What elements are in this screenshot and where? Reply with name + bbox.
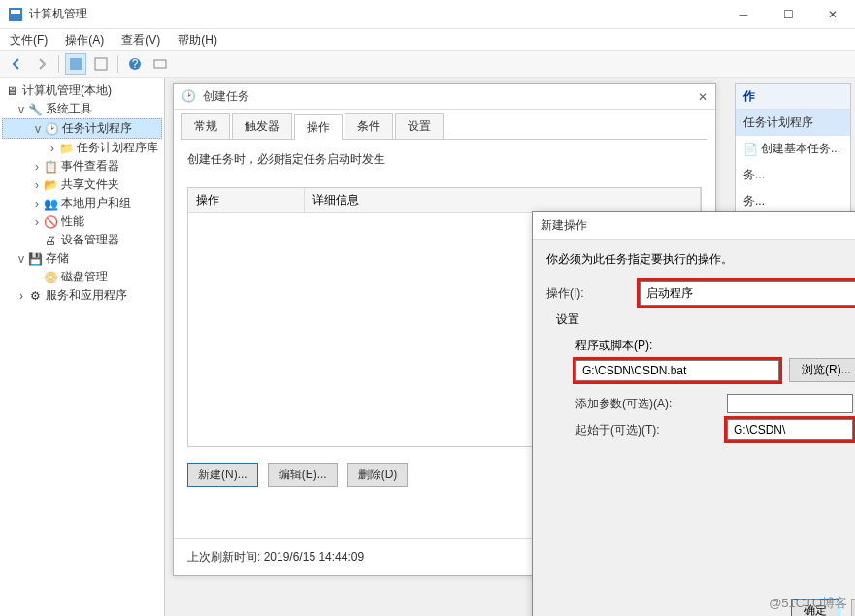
create-task-title: 创建任务 xyxy=(203,88,698,105)
tree-disk-mgmt[interactable]: 📀磁盘管理 xyxy=(2,268,162,286)
toolbar-button-2[interactable] xyxy=(90,53,112,75)
menu-action[interactable]: 操作(A) xyxy=(61,30,108,50)
tab-actions[interactable]: 操作 xyxy=(294,114,343,140)
browse-button[interactable]: 浏览(R)... xyxy=(789,358,855,382)
event-icon: 📋 xyxy=(43,159,58,175)
toolbar-button-1[interactable] xyxy=(65,53,86,75)
args-input[interactable] xyxy=(727,394,853,413)
tree-shared-folders[interactable]: ›📂共享文件夹 xyxy=(2,176,162,194)
maximize-button[interactable]: ☐ xyxy=(766,0,810,29)
tree-local-users[interactable]: ›👥本地用户和组 xyxy=(2,194,162,212)
new-action-dialog: 新建操作 ✕ 你必须为此任务指定要执行的操作。 操作(I): 启动程序 设置 程… xyxy=(532,211,855,616)
tree-task-library[interactable]: ›📁任务计划程序库 xyxy=(2,139,162,157)
tab-conditions[interactable]: 条件 xyxy=(345,113,393,139)
task-icon: 📄 xyxy=(743,143,757,156)
titlebar: 计算机管理 ─ ☐ ✕ xyxy=(0,0,855,29)
menubar: 文件(F) 操作(A) 查看(V) 帮助(H) xyxy=(0,29,855,50)
program-label: 程序或脚本(P): xyxy=(575,338,855,354)
tools-icon: 🔧 xyxy=(27,102,43,117)
dialog-hint: 你必须为此任务指定要执行的操作。 xyxy=(546,251,855,268)
help-icon[interactable]: ? xyxy=(124,53,146,75)
forward-button[interactable] xyxy=(31,53,52,75)
computer-icon: 🖥 xyxy=(4,83,19,99)
navigation-tree: 🖥计算机管理(本地) v🔧系统工具 v🕑任务计划程序 ›📁任务计划程序库 ›📋事… xyxy=(0,78,165,616)
clock-icon: 🕑 xyxy=(44,121,59,137)
close-icon[interactable]: ✕ xyxy=(698,90,707,104)
perf-icon: 🚫 xyxy=(43,214,58,230)
toolbar: ? xyxy=(0,50,855,78)
window-title: 计算机管理 xyxy=(29,6,721,22)
close-button[interactable]: ✕ xyxy=(810,0,855,29)
svg-rect-3 xyxy=(95,58,107,70)
svg-text:?: ? xyxy=(132,57,139,71)
folder-icon: 📁 xyxy=(58,141,74,156)
share-icon: 📂 xyxy=(43,178,58,193)
action-type-label: 操作(I): xyxy=(546,285,634,302)
settings-group-label: 设置 xyxy=(556,311,855,328)
svg-rect-2 xyxy=(70,58,82,70)
tree-system-tools[interactable]: v🔧系统工具 xyxy=(2,100,162,118)
app-icon xyxy=(8,7,23,22)
toolbar-button-3[interactable] xyxy=(149,53,171,75)
startin-input[interactable]: G:\CSDN\ xyxy=(727,419,853,440)
cancel-button[interactable]: 取消 xyxy=(851,599,855,616)
actions-panel-header: 作 xyxy=(736,84,850,110)
delete-action-button[interactable]: 删除(D) xyxy=(347,463,409,487)
action-import-task[interactable]: 务... xyxy=(736,188,850,214)
tree-performance[interactable]: ›🚫性能 xyxy=(2,212,162,231)
minimize-button[interactable]: ─ xyxy=(721,0,766,29)
tree-task-scheduler[interactable]: v🕑任务计划程序 xyxy=(2,118,162,139)
menu-help[interactable]: 帮助(H) xyxy=(174,30,221,50)
tree-root[interactable]: 🖥计算机管理(本地) xyxy=(2,81,162,100)
storage-icon: 💾 xyxy=(27,251,43,267)
dialog-title: 新建操作 xyxy=(541,217,855,234)
tree-device-manager[interactable]: 🖨设备管理器 xyxy=(2,231,162,249)
disk-icon: 📀 xyxy=(43,270,58,285)
device-icon: 🖨 xyxy=(43,233,58,248)
col-action: 操作 xyxy=(188,188,305,212)
services-icon: ⚙ xyxy=(27,288,43,304)
create-task-hint: 创建任务时，必须指定任务启动时发生 xyxy=(174,140,715,179)
tab-settings[interactable]: 设置 xyxy=(395,113,444,139)
tree-storage[interactable]: v💾存储 xyxy=(2,249,162,268)
menu-view[interactable]: 查看(V) xyxy=(117,30,164,50)
edit-action-button[interactable]: 编辑(E)... xyxy=(268,463,338,487)
clock-icon: 🕑 xyxy=(181,89,197,105)
action-create-task[interactable]: 务... xyxy=(736,162,850,188)
actions-subheader: 任务计划程序 xyxy=(736,110,850,136)
args-label: 添加参数(可选)(A): xyxy=(575,396,721,412)
tab-triggers[interactable]: 触发器 xyxy=(232,113,292,139)
watermark: @51CTO博客 xyxy=(769,595,847,612)
main-area: 🖥计算机管理(本地) v🔧系统工具 v🕑任务计划程序 ›📁任务计划程序库 ›📋事… xyxy=(0,78,855,616)
content-area: 🕑 创建任务 ✕ 常规 触发器 操作 条件 设置 创建任务时，必须指定任务启动时… xyxy=(165,78,855,616)
svg-rect-1 xyxy=(11,10,20,14)
tree-services[interactable]: ›⚙服务和应用程序 xyxy=(2,286,162,305)
program-path-input[interactable]: G:\CSDN\CSDN.bat xyxy=(575,360,779,381)
action-create-basic[interactable]: 📄创建基本任务... xyxy=(736,136,850,162)
action-type-select[interactable]: 启动程序 xyxy=(640,281,855,306)
startin-label: 起始于(可选)(T): xyxy=(575,422,721,438)
new-action-button[interactable]: 新建(N)... xyxy=(187,463,258,487)
back-button[interactable] xyxy=(6,53,27,75)
menu-file[interactable]: 文件(F) xyxy=(6,30,51,50)
tab-general[interactable]: 常规 xyxy=(181,113,230,139)
last-refresh-label: 上次刷新时间: 2019/6/15 14:44:09 xyxy=(187,549,364,566)
tree-event-viewer[interactable]: ›📋事件查看器 xyxy=(2,157,162,176)
col-detail: 详细信息 xyxy=(305,188,701,212)
create-task-tabs: 常规 触发器 操作 条件 设置 xyxy=(181,113,707,140)
svg-rect-6 xyxy=(154,60,166,68)
users-icon: 👥 xyxy=(43,196,58,211)
